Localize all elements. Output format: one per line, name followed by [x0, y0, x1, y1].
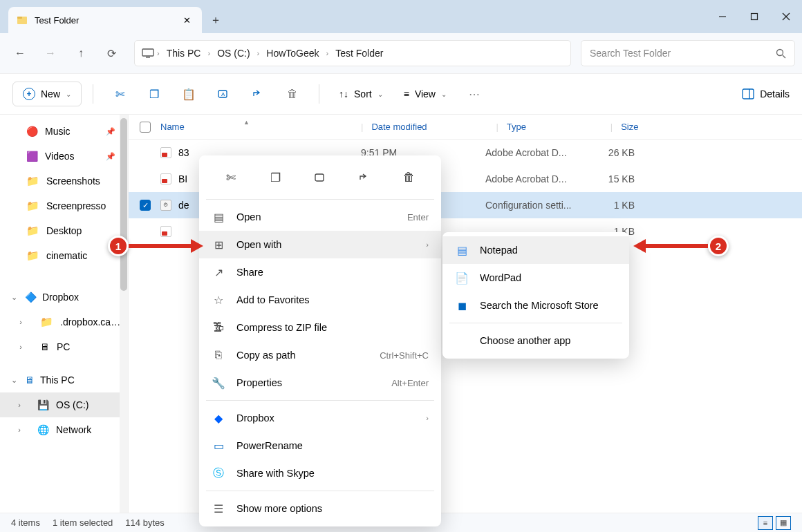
chevron-right-icon[interactable]: ›: [15, 318, 26, 326]
maximize-button[interactable]: [738, 0, 770, 33]
column-size[interactable]: Size: [621, 122, 676, 132]
delete-icon[interactable]: 🗑: [394, 165, 425, 190]
rename-button[interactable]: A: [208, 82, 239, 106]
menu-open[interactable]: ▤OpenEnter: [199, 203, 441, 231]
sidebar-item-screenpresso[interactable]: 📁Screenpresso: [0, 193, 128, 218]
menu-powerrename[interactable]: ▭PowerRename: [199, 432, 441, 459]
menu-favorites[interactable]: ☆Add to Favorites: [199, 286, 441, 314]
view-button[interactable]: ≡ View ⌄: [395, 82, 455, 106]
address-bar[interactable]: › This PC › OS (C:) › HowToGeek › Test F…: [134, 40, 571, 66]
rename-icon[interactable]: [305, 165, 335, 190]
menu-skype[interactable]: ⓈShare with Skype: [199, 459, 441, 487]
nav-row: ← → ↑ ⟳ › This PC › OS (C:) › HowToGeek …: [0, 33, 802, 73]
chevron-right-icon: ›: [426, 414, 429, 422]
chevron-right-icon[interactable]: ›: [326, 49, 329, 57]
thumbnails-view-toggle[interactable]: ▦: [776, 516, 791, 530]
drive-icon: 💾: [37, 399, 49, 410]
share-icon[interactable]: [349, 165, 380, 190]
scrollbar[interactable]: [120, 115, 128, 513]
chevron-right-icon[interactable]: ›: [15, 343, 26, 351]
breadcrumb[interactable]: Test Folder: [331, 45, 387, 61]
context-menu: ✄ ❐ 🗑 ▤OpenEnter ⊞Open with› ↗Share ☆Add…: [199, 155, 441, 526]
chevron-right-icon[interactable]: ›: [157, 49, 160, 57]
arrow-right-icon: [191, 239, 203, 253]
share-icon: ↗: [212, 266, 225, 279]
pin-icon: 📌: [106, 127, 115, 136]
chevron-right-icon[interactable]: ›: [257, 49, 260, 57]
search-icon: [776, 48, 786, 59]
copy-icon[interactable]: ❐: [261, 165, 291, 190]
network-icon: 🌐: [37, 424, 49, 435]
chevron-down-icon: ⌄: [66, 91, 71, 98]
sidebar-item-this-pc[interactable]: ⌄🖥This PC: [0, 368, 128, 392]
menu-open-with[interactable]: ⊞Open with›: [199, 231, 441, 258]
sidebar-item-pc[interactable]: ›🖥PC: [0, 334, 128, 359]
submenu-wordpad[interactable]: 📄WordPad: [442, 264, 629, 292]
search-input[interactable]: Search Test Folder: [581, 40, 795, 66]
menu-properties[interactable]: 🔧PropertiesAlt+Enter: [199, 369, 441, 397]
cut-button[interactable]: ✄: [104, 82, 135, 106]
details-view-toggle[interactable]: ≡: [758, 516, 773, 530]
up-button[interactable]: ↑: [68, 40, 94, 66]
row-checkbox[interactable]: ✓: [140, 200, 151, 211]
delete-button[interactable]: 🗑: [277, 82, 308, 106]
sidebar-item-dropbox[interactable]: ⌄🔷Dropbox: [0, 285, 128, 310]
column-name[interactable]: Name▲: [160, 122, 361, 132]
submenu-notepad[interactable]: ▤Notepad: [442, 236, 629, 264]
sidebar-item-dropbox-cache[interactable]: ›📁.dropbox.cache: [0, 310, 128, 334]
menu-share[interactable]: ↗Share: [199, 258, 441, 286]
share-button[interactable]: [243, 82, 273, 106]
column-date[interactable]: Date modified: [371, 122, 496, 132]
scrollbar-thumb[interactable]: [120, 118, 127, 291]
star-icon: ☆: [212, 294, 225, 307]
chevron-down-icon[interactable]: ⌄: [8, 376, 19, 385]
forward-button[interactable]: →: [37, 40, 64, 66]
select-all-checkbox[interactable]: [140, 122, 151, 133]
submenu-store[interactable]: ◼Search the Microsoft Store: [442, 292, 629, 319]
menu-dropbox[interactable]: ◆Dropbox›: [199, 404, 441, 432]
menu-compress[interactable]: 🗜Compress to ZIP file: [199, 314, 441, 341]
chevron-right-icon[interactable]: ›: [14, 426, 25, 434]
details-pane-button[interactable]: Details: [742, 88, 790, 99]
cut-icon[interactable]: ✄: [216, 165, 246, 190]
menu-copy-path[interactable]: ⎘Copy as pathCtrl+Shift+C: [199, 341, 441, 369]
zip-icon: 🗜: [212, 321, 225, 334]
dropbox-icon: ◆: [212, 412, 225, 425]
folder-icon: [17, 15, 28, 26]
video-icon: 🟪: [26, 151, 38, 162]
submenu-choose-app[interactable]: Choose another app: [442, 327, 629, 354]
more-icon: ☰: [212, 502, 225, 515]
chevron-right-icon[interactable]: ›: [14, 401, 25, 409]
more-button[interactable]: ⋯: [459, 82, 489, 106]
selection-count: 1 item selected: [53, 517, 113, 528]
sidebar-item-os-c[interactable]: ›💾OS (C:): [0, 392, 128, 417]
open-icon: ▤: [212, 211, 225, 224]
close-window-button[interactable]: [770, 0, 802, 33]
sort-button[interactable]: ↑↓ Sort ⌄: [330, 82, 391, 106]
breadcrumb[interactable]: HowToGeek: [262, 45, 323, 61]
new-tab-button[interactable]: ＋: [202, 7, 230, 33]
paste-button[interactable]: 📋: [174, 82, 204, 106]
chevron-down-icon[interactable]: ⌄: [8, 293, 19, 302]
breadcrumb[interactable]: This PC: [162, 45, 205, 61]
sidebar-item-videos[interactable]: 🟪Videos📌: [0, 144, 128, 169]
chevron-right-icon[interactable]: ›: [207, 49, 210, 57]
refresh-button[interactable]: ⟳: [98, 40, 124, 66]
svg-rect-12: [743, 89, 754, 99]
menu-more-options[interactable]: ☰Show more options: [199, 495, 441, 522]
command-bar: + New ⌄ ✄ ❐ 📋 A 🗑 ↑↓ Sort ⌄ ≡ View ⌄ ⋯ D…: [0, 73, 802, 115]
sidebar-item-music[interactable]: 🔴Music📌: [0, 119, 128, 144]
copy-button[interactable]: ❐: [139, 82, 169, 106]
sidebar-item-screenshots[interactable]: 📁Screenshots: [0, 169, 128, 193]
folder-icon: 📁: [26, 200, 39, 212]
minimize-button[interactable]: [707, 0, 738, 33]
column-type[interactable]: Type: [507, 122, 610, 132]
breadcrumb[interactable]: OS (C:): [213, 45, 254, 61]
back-button[interactable]: ←: [7, 40, 33, 66]
tab-title: Test Folder: [35, 15, 79, 26]
close-tab-icon[interactable]: ✕: [180, 12, 194, 28]
tab-active[interactable]: Test Folder ✕: [8, 7, 202, 33]
new-button[interactable]: + New ⌄: [12, 82, 82, 106]
sidebar-item-network[interactable]: ›🌐Network: [0, 417, 128, 442]
pc-icon: 🖥: [25, 374, 35, 386]
